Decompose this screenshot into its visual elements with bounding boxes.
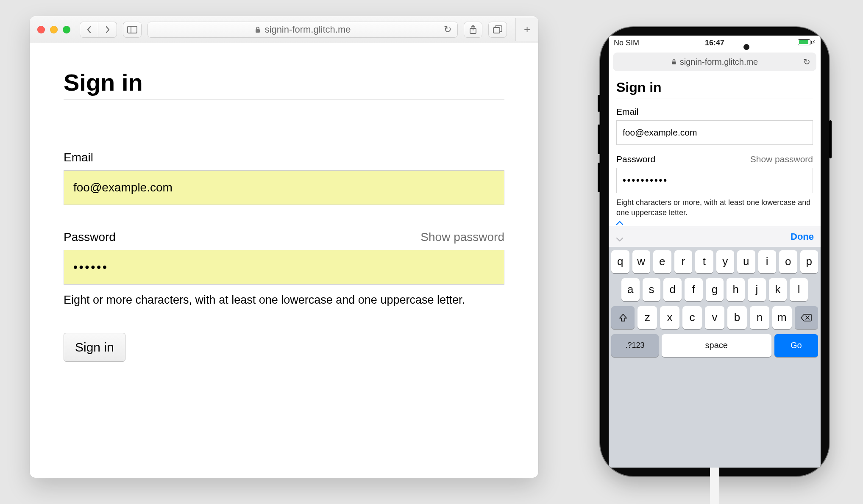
key-t[interactable]: t [695,250,713,273]
form-next-button[interactable] [615,237,624,243]
share-button[interactable] [464,22,482,38]
key-e[interactable]: e [653,250,671,273]
password-label: Password [64,230,116,244]
battery-level [799,40,809,44]
keyboard-row-3: zxcvbnm [611,306,818,329]
iphone-device: No SIM 16:47 ⚡︎ signin-form.glitch.me ↻ [600,27,829,476]
backspace-icon [801,313,812,322]
nav-buttons [80,22,117,38]
chevron-up-icon [615,220,624,226]
numbers-key[interactable]: .?123 [611,334,659,357]
form-prev-button[interactable] [615,220,624,226]
email-label: Email [64,151,93,164]
battery-indicator: ⚡︎ [798,39,816,45]
ios-reload-button[interactable]: ↻ [803,57,810,67]
lightning-cable [710,463,719,504]
title-divider [64,100,504,100]
key-s[interactable]: s [643,278,661,301]
show-password-toggle[interactable]: Show password [420,230,504,244]
volume-up-button [598,125,600,154]
keyboard-accessory-bar: Done [609,227,821,247]
zoom-window-button[interactable] [63,26,70,33]
password-input[interactable] [64,250,504,285]
key-n[interactable]: n [750,306,769,329]
key-y[interactable]: y [716,250,735,273]
ios-password-field-group: Password Show password Eight characters … [616,154,813,218]
lock-icon [255,26,261,33]
key-m[interactable]: m [772,306,792,329]
keyboard-done-button[interactable]: Done [791,231,814,242]
sidebar-icon [127,26,137,33]
key-g[interactable]: g [706,278,724,301]
ios-email-label: Email [616,107,639,117]
charging-icon: ⚡︎ [812,39,816,45]
key-z[interactable]: z [638,306,657,329]
key-r[interactable]: r [674,250,693,273]
key-c[interactable]: c [682,306,702,329]
ios-password-input[interactable] [616,168,813,193]
mute-switch [598,95,600,112]
shift-key[interactable] [611,306,635,329]
backspace-key[interactable] [795,306,818,329]
new-tab-button[interactable]: + [515,18,538,41]
ios-title-divider [616,99,813,99]
page-title: Sign in [64,69,504,96]
key-b[interactable]: b [727,306,747,329]
tabs-button[interactable] [488,22,507,38]
key-j[interactable]: j [748,278,766,301]
window-controls [37,26,70,33]
ios-address-bar[interactable]: signin-form.glitch.me ↻ [613,53,816,71]
key-v[interactable]: v [705,306,724,329]
email-input[interactable] [64,170,504,205]
iphone-screen: No SIM 16:47 ⚡︎ signin-form.glitch.me ↻ [609,36,821,468]
key-w[interactable]: w [632,250,651,273]
ios-email-field-group: Email [616,107,813,145]
key-q[interactable]: q [611,250,629,273]
key-d[interactable]: d [663,278,682,301]
battery-icon [798,39,810,45]
page-content: Sign in Email Password Show password Eig… [30,43,538,387]
chevron-left-icon [86,26,92,33]
shift-icon [618,313,628,322]
key-h[interactable]: h [727,278,745,301]
safari-toolbar: signin-form.glitch.me ↻ + [30,16,538,43]
tabs-icon [493,25,502,34]
key-o[interactable]: o [779,250,797,273]
key-k[interactable]: k [769,278,787,301]
key-i[interactable]: i [758,250,777,273]
close-window-button[interactable] [37,26,45,33]
lock-icon [671,59,676,65]
keyboard-row-2: asdfghjkl [611,278,818,301]
key-a[interactable]: a [621,278,640,301]
back-button[interactable] [80,22,98,38]
sidebar-button[interactable] [123,22,142,38]
go-key[interactable]: Go [774,334,818,357]
status-time: 16:47 [665,39,765,47]
reload-button[interactable]: ↻ [444,24,451,35]
key-p[interactable]: p [800,250,818,273]
password-hint: Eight or more characters, with at least … [64,292,504,307]
key-f[interactable]: f [685,278,703,301]
ios-page-content: Sign in Email Password Show password Eig… [609,75,821,227]
minimize-window-button[interactable] [50,26,58,33]
keyboard-row-1: qwertyuiop [611,250,818,273]
key-l[interactable]: l [790,278,808,301]
plus-icon: + [524,23,530,36]
ios-email-input[interactable] [616,120,813,145]
svg-rect-2 [256,29,260,33]
status-bar: No SIM 16:47 ⚡︎ [609,36,821,50]
address-bar[interactable]: signin-form.glitch.me ↻ [148,22,458,38]
ios-page-title: Sign in [616,80,813,95]
ios-password-hint: Eight characters or more, with at least … [616,197,813,218]
power-button [829,120,832,158]
key-u[interactable]: u [737,250,755,273]
sign-in-button[interactable]: Sign in [64,333,125,362]
space-key[interactable]: space [662,334,771,357]
svg-rect-5 [672,61,676,64]
keyboard-row-4: .?123 space Go [611,334,818,357]
chevron-right-icon [105,26,111,33]
ios-show-password-toggle[interactable]: Show password [750,154,813,164]
forward-button[interactable] [98,22,117,38]
svg-rect-4 [493,28,500,33]
key-x[interactable]: x [660,306,679,329]
